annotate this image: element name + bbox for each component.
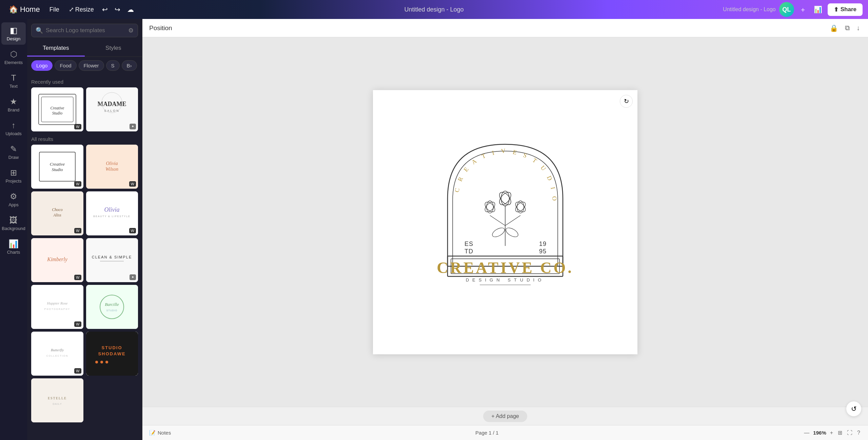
add-page-button[interactable]: + Add page [483,411,527,422]
sidebar-item-elements[interactable]: ⬡ Elements [1,46,26,68]
template-olivia-wilson[interactable]: Olivia Wilson W [86,145,138,189]
toolbar-label: Position [149,24,172,32]
template-creative-studio-all[interactable]: Creative Studio W [31,145,83,189]
help-button[interactable]: ? [856,429,861,437]
copy-style-button[interactable]: ⧉ [844,23,851,34]
svg-point-49 [514,200,527,214]
lock-button[interactable]: 🔒 [828,23,840,34]
pro-badge-9: W [74,368,81,374]
all-results-label: All results [31,136,138,142]
pro-badge-gray: ✦ [130,124,136,129]
templates-panel: 🔍 ⚙ Templates Styles Logo Food Flower S … [27,19,142,440]
svg-text:Studio: Studio [52,111,62,116]
recently-used-grid: Creative Studio W MADAME SALON [31,87,138,131]
add-collaborator-button[interactable]: ＋ [797,3,808,16]
undo-button[interactable]: ↩ [100,3,110,16]
chip-food[interactable]: Food [55,60,76,71]
svg-text:C R E A T I V E   S T U D I O: C R E A T I V E S T U D I O [453,147,558,204]
refresh-button[interactable]: ↻ [620,95,633,108]
svg-text:DESIGN STUDIO: DESIGN STUDIO [466,277,545,282]
creative-studio-thumb-svg: Creative Studio [35,91,79,128]
home-icon: 🏠 [9,5,18,14]
svg-point-39 [491,226,506,238]
zoom-out-button[interactable]: — [803,429,810,437]
template-estelle[interactable]: ESTELLE DAILY [31,378,83,422]
svg-text:ES: ES [465,240,473,247]
user-avatar[interactable]: QL [779,2,794,17]
thumb-svg-7: Happier Rose PHOTOGRAPHY [35,288,79,326]
svg-line-37 [490,215,505,226]
save-status-button[interactable]: ☁ [125,3,136,16]
svg-point-43 [497,190,513,207]
chip-b[interactable]: B› [122,60,137,71]
svg-text:SALON: SALON [104,109,120,112]
file-button[interactable]: File [46,4,63,15]
home-button[interactable]: 🏠 Home [5,3,43,16]
all-results-grid: Creative Studio W Olivia Wilson W [31,145,138,422]
sidebar-icons: ◧ Design ⬡ Elements T Text ★ Brand ↑ Upl… [0,19,27,440]
template-olivia-script[interactable]: Olivia BEAUTY & LIFESTYLE W [86,191,138,235]
svg-text:COLLECTION: COLLECTION [46,355,68,357]
topbar: 🏠 Home File ⤢ Resize ↩ ↪ ☁ Untitled desi… [0,0,868,19]
svg-text:TD: TD [465,248,473,255]
share-button[interactable]: ⬆ Share [828,3,863,16]
sidebar-item-projects[interactable]: ⊞ Projects [1,165,26,187]
zoom-restore-button[interactable]: ↺ [846,401,861,416]
canvas-toolbar: Position 🔒 ⧉ ↓ [142,19,868,37]
svg-text:Olivia: Olivia [104,206,120,213]
add-page-bar: + Add page [142,407,868,425]
sidebar-item-charts[interactable]: 📊 Charts [1,236,26,258]
filter-icon[interactable]: ⚙ [128,27,134,34]
notes-icon: 📝 [149,430,156,436]
tab-styles[interactable]: Styles [85,41,142,57]
search-input[interactable] [46,27,125,34]
sidebar-item-uploads[interactable]: ↑ Uploads [1,117,26,140]
sidebar-item-background[interactable]: 🖼 Background [1,212,26,234]
thumb-svg-3: Choco Aliss [35,195,79,232]
present-button[interactable]: 📊 [812,3,824,16]
template-choco[interactable]: Choco Aliss W [31,191,83,235]
svg-rect-7 [39,152,75,181]
template-clean-simple[interactable]: CLEAN & SIMPLE ✦ [86,238,138,282]
template-studio-shodawe[interactable]: STUDIO SHODAWE [86,332,138,376]
logo-inner: C R E A T I V E S T U D I O [424,124,587,320]
template-kimberly[interactable]: Kimberly W [31,238,83,282]
canvas-page[interactable]: ↻ [373,90,637,354]
sidebar-item-text[interactable]: T Text [1,70,26,92]
sidebar-item-draw[interactable]: ✎ Draw [1,141,26,163]
svg-point-48 [514,200,527,214]
sidebar-item-brand[interactable]: ★ Brand [1,93,26,116]
sidebar-item-design[interactable]: ◧ Design [1,22,26,45]
svg-text:ESTELLE: ESTELLE [48,396,67,400]
madame-thumb-svg: MADAME SALON [90,91,134,128]
download-button[interactable]: ↓ [855,23,861,34]
notes-button[interactable]: 📝 Notes [149,430,171,436]
chip-logo[interactable]: Logo [31,60,53,71]
template-madame-recent[interactable]: MADAME SALON ✦ [86,87,138,131]
chip-s[interactable]: S [106,60,120,71]
svg-text:19: 19 [539,240,547,247]
svg-point-21 [100,295,124,319]
resize-button[interactable]: ⤢ Resize [65,4,97,15]
chip-flower[interactable]: Flower [79,60,104,71]
redo-button[interactable]: ↪ [113,3,122,16]
svg-text:SHODAWE: SHODAWE [98,351,126,356]
sidebar-item-apps[interactable]: ⚙ Apps [1,188,26,211]
notes-label: Notes [158,430,171,436]
tab-templates[interactable]: Templates [27,41,85,57]
svg-text:Olivia: Olivia [106,161,118,166]
resize-label: Resize [75,6,94,13]
search-bar: 🔍 ⚙ [31,24,138,37]
svg-text:BEAUTY & LIFESTYLE: BEAUTY & LIFESTYLE [94,215,131,217]
svg-text:Aliss: Aliss [53,213,61,217]
template-barcille[interactable]: Barcille STUDIO [86,285,138,329]
template-happier-rose[interactable]: Happier Rose PHOTOGRAPHY W [31,285,83,329]
template-creative-studio-recent[interactable]: Creative Studio W [31,87,83,131]
zoom-in-button[interactable]: + [829,429,834,437]
fullscreen-button[interactable]: ⛶ [846,429,853,437]
file-label: File [50,6,59,13]
pro-badge-6: W [74,275,81,280]
svg-point-45 [483,200,497,214]
template-butterfly[interactable]: Butterfly COLLECTION W [31,332,83,376]
fit-page-button[interactable]: ⊞ [837,428,843,437]
